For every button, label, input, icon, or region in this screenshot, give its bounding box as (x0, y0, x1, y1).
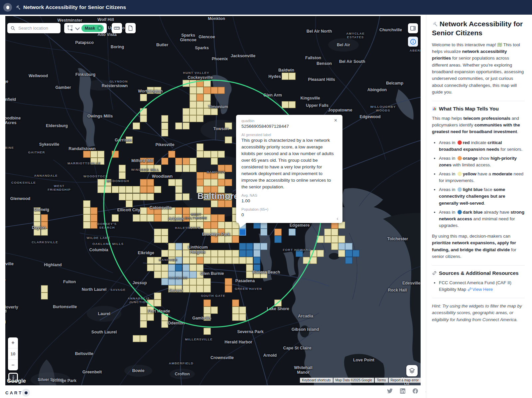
grid-cell[interactable] (41, 222, 48, 229)
grid-cell[interactable] (140, 186, 147, 193)
grid-cell[interactable] (147, 299, 154, 306)
search-box[interactable] (7, 23, 61, 33)
grid-cell[interactable] (232, 236, 239, 243)
grid-cell[interactable] (289, 229, 296, 236)
grid-cell[interactable] (253, 250, 260, 257)
search-input[interactable] (18, 25, 56, 31)
grid-cell[interactable] (97, 158, 104, 165)
view-here-link[interactable]: View Here (467, 287, 493, 292)
grid-cell[interactable] (310, 257, 317, 264)
grid-cell[interactable] (154, 229, 161, 236)
grid-cell[interactable] (183, 158, 190, 165)
grid-cell[interactable] (97, 151, 104, 158)
grid-cell[interactable] (112, 186, 119, 193)
grid-cell[interactable] (218, 186, 225, 193)
grid-cell[interactable] (190, 222, 197, 229)
grid-cell[interactable] (225, 222, 232, 229)
grid-cell[interactable] (34, 214, 41, 221)
grid-cell[interactable] (133, 193, 140, 200)
grid-cell[interactable] (168, 278, 175, 285)
polygon-select-icon[interactable] (67, 25, 73, 31)
grid-cell[interactable] (133, 122, 140, 129)
grid-cell[interactable] (253, 243, 260, 250)
grid-cell[interactable] (161, 250, 168, 257)
grid-cell[interactable] (218, 214, 225, 221)
grid-cell[interactable] (175, 264, 182, 271)
grid-cell[interactable] (331, 229, 338, 236)
grid-cell[interactable] (197, 214, 203, 221)
grid-cell[interactable] (34, 207, 41, 214)
grid-cell[interactable] (104, 179, 111, 186)
selected-grid-cell[interactable] (239, 229, 246, 236)
grid-cell[interactable] (246, 264, 253, 271)
grid-cell[interactable] (154, 165, 161, 172)
grid-cell[interactable] (324, 236, 331, 243)
grid-cell[interactable] (175, 250, 182, 257)
grid-cell[interactable] (175, 214, 182, 221)
grid-cell[interactable] (253, 271, 260, 278)
grid-cell[interactable] (190, 101, 197, 108)
grid-cell[interactable] (225, 229, 232, 236)
grid-cell[interactable] (83, 200, 90, 207)
grid-cell[interactable] (175, 243, 182, 250)
grid-cell[interactable] (168, 250, 175, 257)
grid-cell[interactable] (183, 285, 190, 292)
grid-cell[interactable] (133, 214, 140, 221)
grid-cell[interactable] (197, 151, 203, 158)
grid-cell[interactable] (260, 243, 267, 250)
grid-cell[interactable] (232, 229, 239, 236)
grid-cell[interactable] (211, 151, 218, 158)
grid-cell[interactable] (203, 306, 210, 313)
grid-cell[interactable] (197, 80, 203, 87)
grid-cell[interactable] (203, 207, 210, 214)
grid-cell[interactable] (140, 314, 147, 321)
grid-cell[interactable] (168, 257, 175, 264)
grid-cell[interactable] (197, 271, 203, 278)
grid-cell[interactable] (190, 94, 197, 101)
grid-cell[interactable] (161, 264, 168, 271)
grid-cell[interactable] (90, 158, 97, 165)
grid-cell[interactable] (211, 306, 218, 313)
grid-cell[interactable] (140, 179, 147, 186)
grid-cell[interactable] (190, 264, 197, 271)
grid-cell[interactable] (168, 243, 175, 250)
grid-cell[interactable] (161, 122, 168, 129)
grid-cell[interactable] (97, 186, 104, 193)
grid-cell[interactable] (154, 271, 161, 278)
grid-cell[interactable] (83, 222, 90, 229)
grid-cell[interactable] (211, 250, 218, 257)
grid-cell[interactable] (140, 306, 147, 313)
facebook-icon[interactable] (413, 388, 418, 394)
grid-cell[interactable] (246, 257, 253, 264)
grid-cell[interactable] (289, 101, 296, 108)
grid-cell[interactable] (175, 207, 182, 214)
grid-cell[interactable] (197, 94, 203, 101)
grid-cell[interactable] (119, 172, 126, 179)
grid-cell[interactable] (168, 264, 175, 271)
grid-cell[interactable] (140, 207, 147, 214)
grid-cell[interactable] (218, 257, 225, 264)
app-menu-button[interactable] (3, 3, 12, 12)
grid-cell[interactable] (154, 264, 161, 271)
grid-cell[interactable] (225, 122, 232, 129)
grid-cell[interactable] (197, 222, 203, 229)
grid-cell[interactable] (147, 257, 154, 264)
grid-cell[interactable] (140, 94, 147, 101)
grid-cell[interactable] (218, 179, 225, 186)
grid-cell[interactable] (161, 115, 168, 122)
grid-cell[interactable] (303, 257, 310, 264)
grid-cell[interactable] (218, 172, 225, 179)
grid-cell[interactable] (218, 236, 225, 243)
grid-cell[interactable] (317, 250, 324, 257)
grid-cell[interactable] (83, 207, 90, 214)
grid-cell[interactable] (218, 87, 225, 94)
grid-cell[interactable] (203, 222, 210, 229)
grid-cell[interactable] (154, 236, 161, 243)
grid-cell[interactable] (183, 250, 190, 257)
grid-cell[interactable] (246, 250, 253, 257)
grid-cell[interactable] (112, 214, 119, 221)
grid-cell[interactable] (147, 214, 154, 221)
grid-cell[interactable] (175, 165, 182, 172)
grid-cell[interactable] (161, 214, 168, 221)
grid-cell[interactable] (175, 278, 182, 285)
